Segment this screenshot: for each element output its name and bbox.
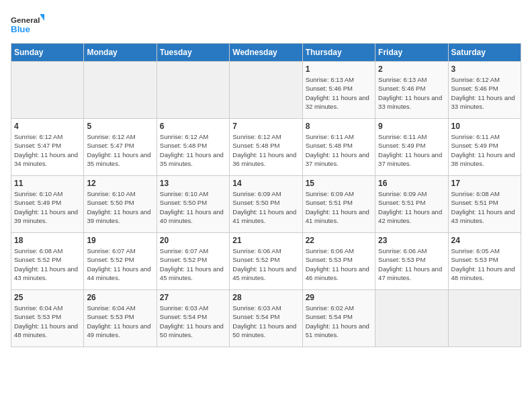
sunset-info: Sunset: 5:46 PM (378, 84, 445, 93)
sunset-info: Sunset: 5:52 PM (232, 255, 299, 264)
daylight-label: Daylight: 11 hours and 33 minutes. (451, 93, 518, 111)
calendar-cell: 13 Sunrise: 6:10 AM Sunset: 5:50 PM Dayl… (157, 176, 229, 233)
sunset-info: Sunset: 5:53 PM (87, 312, 153, 321)
calendar-cell: 11 Sunrise: 6:10 AM Sunset: 5:49 PM Dayl… (11, 176, 84, 233)
calendar-cell: 8 Sunrise: 6:11 AM Sunset: 5:48 PM Dayli… (302, 119, 375, 176)
daylight-label: Daylight: 11 hours and 37 minutes. (378, 150, 445, 169)
daylight-label: Daylight: 11 hours and 39 minutes. (14, 208, 81, 226)
calendar-cell: 17 Sunrise: 6:08 AM Sunset: 5:51 PM Dayl… (448, 176, 521, 233)
sunrise-info: Sunrise: 6:04 AM (14, 304, 81, 312)
sunset-info: Sunset: 5:46 PM (306, 84, 372, 93)
daylight-label: Daylight: 11 hours and 45 minutes. (160, 265, 226, 283)
daylight-label: Daylight: 11 hours and 35 minutes. (87, 150, 153, 169)
calendar-week-row: 4 Sunrise: 6:12 AM Sunset: 5:47 PM Dayli… (11, 119, 521, 176)
calendar-cell: 19 Sunrise: 6:07 AM Sunset: 5:52 PM Dayl… (84, 233, 157, 290)
day-of-week-header: Thursday (302, 44, 375, 62)
day-number: 23 (378, 236, 445, 245)
sunset-info: Sunset: 5:49 PM (378, 141, 445, 150)
sunrise-info: Sunrise: 6:08 AM (451, 189, 518, 198)
sunset-info: Sunset: 5:48 PM (160, 141, 226, 150)
header: General Blue (11, 11, 521, 38)
day-number: 6 (160, 122, 226, 131)
sunset-info: Sunset: 5:54 PM (160, 312, 226, 321)
sunrise-info: Sunrise: 6:10 AM (160, 189, 226, 198)
sunrise-info: Sunrise: 6:03 AM (160, 304, 226, 312)
day-number: 27 (160, 293, 226, 302)
day-number: 19 (87, 236, 153, 245)
sunset-info: Sunset: 5:48 PM (306, 141, 372, 150)
sunrise-info: Sunrise: 6:11 AM (378, 132, 445, 141)
day-number: 2 (378, 64, 445, 74)
day-number: 22 (306, 236, 372, 245)
daylight-label: Daylight: 11 hours and 37 minutes. (306, 150, 372, 169)
day-number: 4 (14, 122, 81, 131)
sunrise-info: Sunrise: 6:10 AM (87, 189, 153, 198)
calendar-body: 1 Sunrise: 6:13 AM Sunset: 5:46 PM Dayli… (11, 62, 521, 347)
calendar-week-row: 18 Sunrise: 6:08 AM Sunset: 5:52 PM Dayl… (11, 233, 521, 290)
sunset-info: Sunset: 5:50 PM (232, 198, 299, 207)
daylight-label: Daylight: 11 hours and 46 minutes. (306, 265, 372, 283)
sunset-info: Sunset: 5:49 PM (451, 141, 518, 150)
calendar-cell: 12 Sunrise: 6:10 AM Sunset: 5:50 PM Dayl… (84, 176, 157, 233)
calendar-cell: 23 Sunrise: 6:06 AM Sunset: 5:53 PM Dayl… (375, 233, 448, 290)
sunrise-info: Sunrise: 6:04 AM (87, 304, 153, 312)
calendar-cell (448, 290, 521, 347)
day-number: 29 (306, 293, 372, 302)
sunrise-info: Sunrise: 6:12 AM (232, 132, 299, 141)
sunset-info: Sunset: 5:52 PM (14, 255, 81, 264)
daylight-label: Daylight: 11 hours and 50 minutes. (232, 322, 299, 340)
daylight-label: Daylight: 11 hours and 45 minutes. (232, 265, 299, 283)
daylight-label: Daylight: 11 hours and 43 minutes. (14, 265, 81, 283)
logo: General Blue (11, 11, 44, 38)
calendar-cell: 28 Sunrise: 6:03 AM Sunset: 5:54 PM Dayl… (230, 290, 302, 347)
day-of-week-header: Sunday (11, 44, 84, 62)
calendar-cell: 20 Sunrise: 6:07 AM Sunset: 5:52 PM Dayl… (157, 233, 229, 290)
svg-text:Blue: Blue (11, 24, 30, 34)
daylight-label: Daylight: 11 hours and 51 minutes. (306, 322, 372, 340)
day-of-week-header: Monday (84, 44, 157, 62)
sunset-info: Sunset: 5:53 PM (378, 255, 445, 264)
calendar-cell: 22 Sunrise: 6:06 AM Sunset: 5:53 PM Dayl… (302, 233, 375, 290)
calendar-cell: 7 Sunrise: 6:12 AM Sunset: 5:48 PM Dayli… (230, 119, 302, 176)
sunset-info: Sunset: 5:47 PM (14, 141, 81, 150)
sunset-info: Sunset: 5:53 PM (14, 312, 81, 321)
sunrise-info: Sunrise: 6:09 AM (306, 189, 372, 198)
day-of-week-header: Saturday (448, 44, 521, 62)
day-number: 26 (87, 293, 153, 302)
daylight-label: Daylight: 11 hours and 32 minutes. (306, 93, 372, 111)
daylight-label: Daylight: 11 hours and 41 minutes. (232, 208, 299, 226)
logo-svg: General Blue (11, 11, 44, 38)
sunset-info: Sunset: 5:50 PM (160, 198, 226, 207)
calendar-cell: 15 Sunrise: 6:09 AM Sunset: 5:51 PM Dayl… (302, 176, 375, 233)
calendar-cell: 4 Sunrise: 6:12 AM Sunset: 5:47 PM Dayli… (11, 119, 84, 176)
daylight-label: Daylight: 11 hours and 41 minutes. (306, 208, 372, 226)
day-number: 5 (87, 122, 153, 131)
calendar-cell: 27 Sunrise: 6:03 AM Sunset: 5:54 PM Dayl… (157, 290, 229, 347)
sunrise-info: Sunrise: 6:13 AM (378, 75, 445, 84)
sunrise-info: Sunrise: 6:06 AM (232, 246, 299, 255)
daylight-label: Daylight: 11 hours and 33 minutes. (378, 93, 445, 111)
calendar-cell: 16 Sunrise: 6:09 AM Sunset: 5:51 PM Dayl… (375, 176, 448, 233)
day-of-week-header: Tuesday (157, 44, 229, 62)
daylight-label: Daylight: 11 hours and 36 minutes. (232, 150, 299, 169)
calendar-cell: 26 Sunrise: 6:04 AM Sunset: 5:53 PM Dayl… (84, 290, 157, 347)
sunset-info: Sunset: 5:52 PM (87, 255, 153, 264)
day-number: 17 (451, 179, 518, 188)
calendar-cell: 1 Sunrise: 6:13 AM Sunset: 5:46 PM Dayli… (302, 62, 375, 119)
sunrise-info: Sunrise: 6:09 AM (232, 189, 299, 198)
sunrise-info: Sunrise: 6:10 AM (14, 189, 81, 198)
calendar-cell: 25 Sunrise: 6:04 AM Sunset: 5:53 PM Dayl… (11, 290, 84, 347)
sunset-info: Sunset: 5:51 PM (378, 198, 445, 207)
sunrise-info: Sunrise: 6:12 AM (14, 132, 81, 141)
day-number: 8 (306, 122, 372, 131)
calendar-cell: 2 Sunrise: 6:13 AM Sunset: 5:46 PM Dayli… (375, 62, 448, 119)
svg-marker-2 (40, 14, 44, 21)
daylight-label: Daylight: 11 hours and 38 minutes. (451, 150, 518, 169)
calendar-cell: 9 Sunrise: 6:11 AM Sunset: 5:49 PM Dayli… (375, 119, 448, 176)
day-number: 21 (232, 236, 299, 245)
daylight-label: Daylight: 11 hours and 35 minutes. (160, 150, 226, 169)
sunrise-info: Sunrise: 6:12 AM (87, 132, 153, 141)
sunrise-info: Sunrise: 6:07 AM (87, 246, 153, 255)
calendar-cell (157, 62, 229, 119)
day-number: 14 (232, 179, 299, 188)
